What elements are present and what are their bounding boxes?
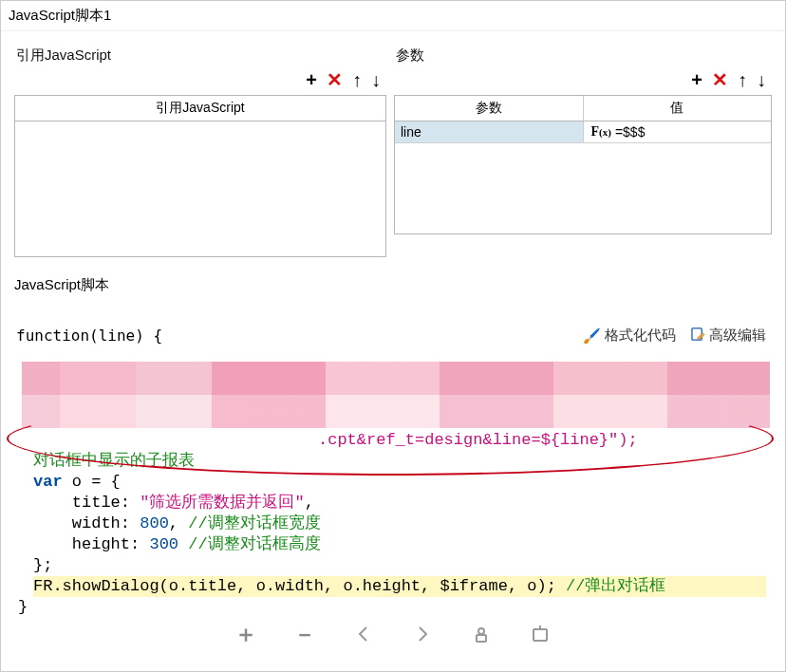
params-header: 参数 (394, 41, 772, 70)
edit-icon (691, 327, 705, 345)
params-grid-header: 参数 值 (395, 96, 771, 121)
code-line: title: "筛选所需数据并返回", (33, 493, 766, 513)
brush-icon: 🖌️ (583, 327, 601, 345)
function-signature-row: function(line) { 🖌️ 格式化代码 高级编辑 (14, 323, 772, 360)
upper-panels: 引用JavaScript + ✕ ↑ ↓ 引用JavaScript 参数 + (1, 31, 785, 267)
import-js-label: 引用JavaScript (16, 47, 111, 65)
param-value-text: =$$$ (615, 124, 646, 140)
remove-button[interactable]: ✕ (327, 70, 343, 89)
prev-button[interactable] (347, 622, 380, 646)
param-value-cell[interactable]: F(x) =$$$ (584, 121, 772, 142)
code-line: }; (33, 555, 766, 576)
add-button[interactable]: + (306, 70, 317, 89)
redacted-region (22, 362, 770, 428)
function-signature: function(line) { (16, 327, 162, 345)
bottom-toolbar: ＋ － (1, 620, 785, 646)
svg-point-1 (478, 628, 484, 634)
move-down-button[interactable]: ↓ (371, 70, 381, 89)
code-line: FR.showDialog(o.title, o.width, o.height… (33, 576, 766, 597)
code-line: var o = { (33, 472, 766, 493)
code-line: width: 800, //调整对话框宽度 (33, 513, 766, 534)
window-title: JavaScript脚本1 (1, 1, 785, 31)
add-button[interactable]: + (691, 70, 702, 89)
format-code-link[interactable]: 🖌️ 格式化代码 (583, 327, 676, 345)
params-label: 参数 (396, 47, 424, 65)
formula-icon[interactable]: F(x) (590, 124, 615, 140)
remove-button[interactable]: ✕ (712, 70, 728, 89)
import-js-col-header: 引用JavaScript (15, 96, 385, 121)
params-col-name: 参数 (395, 96, 584, 121)
dialog-window: JavaScript脚本1 引用JavaScript + ✕ ↑ ↓ 引用Jav… (0, 0, 786, 672)
code-line: } (33, 597, 766, 618)
format-actions: 🖌️ 格式化代码 高级编辑 (583, 327, 766, 345)
script-section: JavaScript脚本 function(line) { 🖌️ 格式化代码 高… (1, 267, 785, 620)
import-js-panel: 引用JavaScript + ✕ ↑ ↓ 引用JavaScript (10, 31, 390, 267)
import-js-grid[interactable]: 引用JavaScript (14, 95, 386, 257)
import-js-header: 引用JavaScript (14, 41, 386, 70)
params-grid-body: line F(x) =$$$ (395, 121, 771, 233)
tool-button-1[interactable] (465, 622, 497, 646)
code-editor[interactable]: .cpt&ref_t=design&line=${line}"); 对话框中显示… (14, 360, 772, 620)
params-col-value: 值 (584, 96, 772, 121)
next-button[interactable] (406, 622, 439, 646)
svg-rect-3 (533, 629, 547, 641)
zoom-in-button[interactable]: ＋ (230, 622, 262, 646)
import-js-grid-body[interactable] (15, 121, 385, 256)
move-down-button[interactable]: ↓ (757, 70, 766, 89)
tool-button-2[interactable] (524, 622, 556, 646)
code-line: .cpt&ref_t=design&line=${line}"); (33, 430, 766, 451)
params-toolbar: + ✕ ↑ ↓ (394, 70, 772, 95)
advanced-edit-link[interactable]: 高级编辑 (691, 327, 766, 345)
params-panel: 参数 + ✕ ↑ ↓ 参数 值 line F(x) (390, 31, 776, 267)
import-js-grid-header: 引用JavaScript (15, 96, 385, 121)
code-line: height: 300 //调整对话框高度 (33, 534, 766, 555)
table-row[interactable]: line F(x) =$$$ (395, 121, 771, 143)
params-grid[interactable]: 参数 值 line F(x) =$$$ (394, 95, 772, 234)
code-line: 对话框中显示的子报表 (33, 451, 766, 472)
move-up-button[interactable]: ↑ (352, 70, 362, 89)
svg-rect-2 (477, 635, 486, 642)
zoom-out-button[interactable]: － (289, 622, 321, 646)
param-name-cell[interactable]: line (395, 121, 584, 142)
script-label: JavaScript脚本 (14, 276, 772, 294)
move-up-button[interactable]: ↑ (738, 70, 747, 89)
import-js-toolbar: + ✕ ↑ ↓ (14, 70, 386, 95)
